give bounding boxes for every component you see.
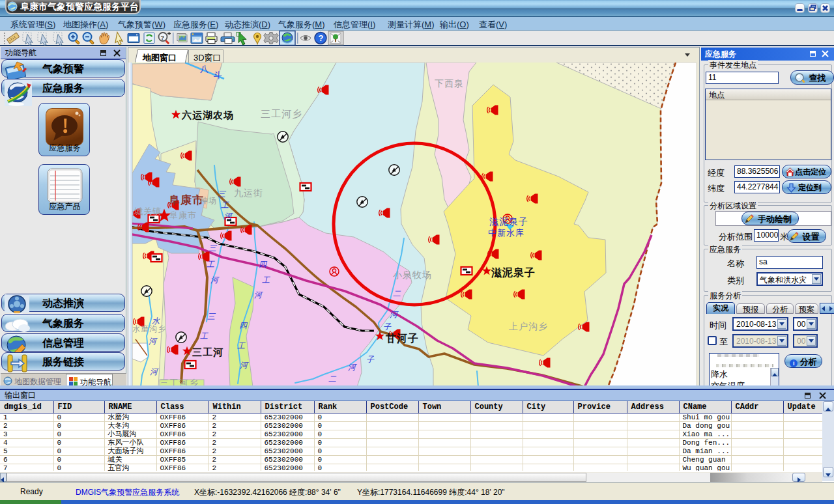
svg-text:水: 水 xyxy=(152,316,160,326)
svg-text:河: 河 xyxy=(240,361,249,370)
svg-text:上户沟乡: 上户沟乡 xyxy=(509,321,548,331)
svg-text:三: 三 xyxy=(207,312,216,321)
svg-text:水磨沟乡: 水磨沟乡 xyxy=(132,324,166,333)
svg-text:?: ? xyxy=(319,33,324,43)
svg-text:四: 四 xyxy=(239,321,248,330)
svg-text:滋泥泉子: 滋泥泉子 xyxy=(489,216,528,227)
svg-text:河: 河 xyxy=(348,363,357,372)
svg-text:阜康市: 阜康市 xyxy=(169,210,197,220)
svg-text:甘河子: 甘河子 xyxy=(385,333,419,344)
svg-text:二: 二 xyxy=(393,289,401,298)
svg-text:?: ? xyxy=(161,35,165,41)
svg-text:二: 二 xyxy=(328,374,337,384)
svg-text:河: 河 xyxy=(210,275,220,285)
svg-text:工: 工 xyxy=(221,201,229,210)
svg-text:滋泥泉子: 滋泥泉子 xyxy=(491,267,536,278)
svg-text:工: 工 xyxy=(262,275,270,285)
svg-text:九运街: 九运街 xyxy=(234,188,263,198)
svg-text:三工河乡: 三工河乡 xyxy=(261,108,302,119)
svg-text:阜康市: 阜康市 xyxy=(168,193,204,206)
svg-text:八: 八 xyxy=(200,64,209,74)
svg-text:四: 四 xyxy=(259,260,268,269)
svg-text:三工河: 三工河 xyxy=(192,346,223,357)
svg-text:子: 子 xyxy=(383,322,392,331)
svg-text:工: 工 xyxy=(200,331,208,341)
svg-text:河: 河 xyxy=(224,212,233,221)
svg-text:工: 工 xyxy=(207,260,215,269)
svg-text:子: 子 xyxy=(366,355,375,364)
svg-text:河: 河 xyxy=(150,367,159,376)
svg-text:河: 河 xyxy=(390,310,399,319)
svg-text:六运湖农场: 六运湖农场 xyxy=(181,109,234,120)
svg-text:三: 三 xyxy=(218,189,227,199)
svg-text:中新水库: 中新水库 xyxy=(488,228,525,238)
svg-text:下西泉: 下西泉 xyxy=(435,78,464,89)
svg-text:工: 工 xyxy=(237,341,246,350)
svg-text:斗: 斗 xyxy=(213,70,223,80)
svg-text:小泉牧场: 小泉牧场 xyxy=(393,270,432,280)
svg-text:三: 三 xyxy=(208,244,218,253)
svg-text:河: 河 xyxy=(149,337,158,346)
svg-text:城关镇: 城关镇 xyxy=(134,206,162,216)
svg-text:神场: 神场 xyxy=(199,196,217,205)
svg-text:河: 河 xyxy=(254,290,263,300)
